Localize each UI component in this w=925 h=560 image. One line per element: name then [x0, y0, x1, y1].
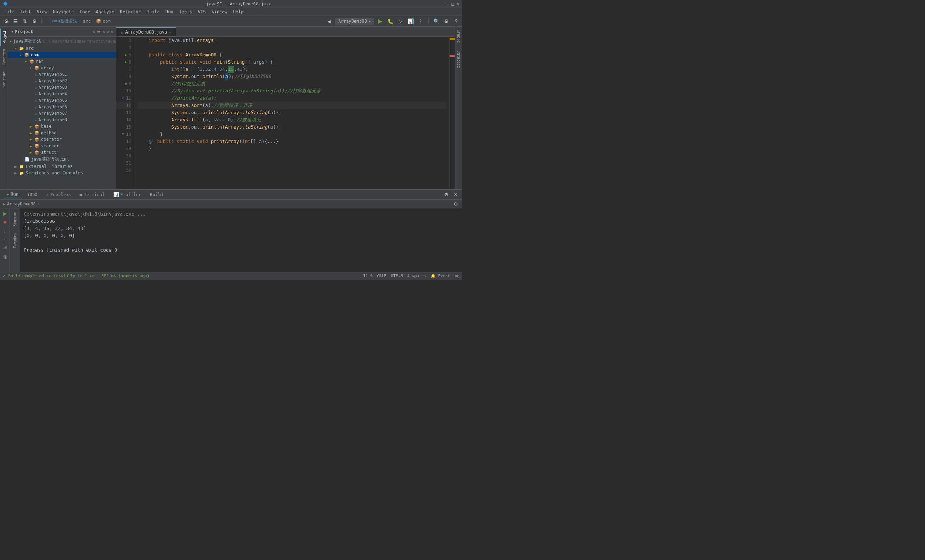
run-output-line-3: [0, 0, 0, 0, 0, 0] [24, 232, 459, 239]
menu-window[interactable]: Window [208, 9, 230, 15]
run-tab[interactable]: ▶ Run [3, 190, 22, 199]
menu-refactor[interactable]: Refactor [117, 9, 144, 15]
tab-close-btn[interactable]: ✕ [169, 30, 172, 35]
tree-item-nan[interactable]: ▾ 📦nan [8, 58, 116, 65]
debug-button[interactable]: 🐛 [386, 17, 394, 25]
tree-item-arraydemo01[interactable]: ☕ArrayDemo01 [8, 71, 116, 78]
tree-item-arraydemo03[interactable]: ☕ArrayDemo03 [8, 84, 116, 91]
rerun-btn[interactable]: ▶ [2, 210, 9, 217]
structure-bottom-tab[interactable]: Structure [12, 210, 18, 229]
tree-item-struct[interactable]: ▶ 📦struct [8, 149, 116, 156]
help-btn[interactable]: ? [452, 17, 460, 25]
tree-item-method[interactable]: ▶ 📦method [8, 130, 116, 136]
minimize-button[interactable]: – [446, 2, 448, 6]
menu-file[interactable]: File [2, 9, 18, 15]
run-config-tab[interactable]: ▶ ArrayDemo08 ✕ [3, 201, 39, 207]
editor-tab-arraydemo08[interactable]: ☕ ArrayDemo08.java ✕ [116, 27, 176, 36]
encoding[interactable]: UTF-8 [391, 274, 403, 278]
highlight-a: a [225, 73, 229, 80]
event-log-btn[interactable]: 🔔 Event Log [431, 274, 459, 278]
tree-item-arraydemo04[interactable]: ☕ArrayDemo04 [8, 91, 116, 97]
menu-navigate[interactable]: Navigate [50, 9, 77, 15]
terminal-tab[interactable]: ▣ Terminal [76, 190, 108, 199]
todo-tab[interactable]: TODO [24, 190, 41, 199]
project-tab[interactable]: Project [0, 28, 8, 46]
breadcrumb-com[interactable]: 📦 com [96, 19, 111, 24]
profiler-tab[interactable]: 📊 Profiler [110, 190, 145, 199]
tree-item-operator[interactable]: ▶ 📦operator [8, 136, 116, 143]
tree-item-java基础语法[interactable]: ▾java基础语法C:\Users\Nan\IdeaProjects\java基… [8, 38, 116, 45]
code-line-17: @ public static void printArray(int[] a)… [137, 138, 447, 145]
bottom-close-btn[interactable]: ✕ [452, 191, 459, 198]
menu-vcs[interactable]: VCS [195, 9, 209, 15]
scroll-to-end-btn[interactable]: ↓ [2, 227, 9, 234]
favorites-bottom-tab[interactable]: Favorites [12, 231, 18, 250]
tree-item-java基础语法.iml[interactable]: 📄java基础语法.iml [8, 156, 116, 163]
search-everywhere-btn[interactable]: 🔍 [432, 17, 440, 25]
tree-item-com[interactable]: ▾ 📦com [8, 52, 116, 58]
bottom-settings-btn[interactable]: ⚙ [442, 191, 450, 198]
tree-item-arraydemo08[interactable]: ☕ArrayDemo08 [8, 117, 116, 123]
menu-analyze[interactable]: Analyze [93, 9, 117, 15]
clear-btn[interactable]: 🗑 [2, 253, 9, 260]
indent[interactable]: 4 spaces [407, 274, 426, 278]
stop-btn[interactable]: ■ [2, 218, 9, 226]
soft-wrap-btn[interactable]: ⏎ [2, 245, 9, 252]
toolbar-sort-btn[interactable]: ⇅ [21, 17, 29, 25]
code-content[interactable]: import java.util.Arrays; public class Ar… [134, 37, 449, 189]
breadcrumb-src[interactable]: src [83, 19, 91, 24]
code-editor[interactable]: 3 4 ▶5 ▶6 7 8 ⊟9 10 ⊟11 12 13 14 [116, 37, 455, 189]
tree-item-arraydemo05[interactable]: ☕ArrayDemo05 [8, 97, 116, 104]
tree-item-base[interactable]: ▶ 📦base [8, 123, 116, 130]
menu-run[interactable]: Run [163, 9, 176, 15]
close-button[interactable]: ✕ [457, 2, 459, 6]
menu-tools[interactable]: Tools [176, 9, 195, 15]
database-tab[interactable]: Database [456, 49, 461, 69]
cursor-position[interactable]: 12:9 [363, 274, 373, 278]
settings-btn[interactable]: ⚙ [442, 17, 450, 25]
toolbar-more-btn[interactable]: ⚙ [30, 17, 38, 25]
project-close-icon[interactable]: ✕ [111, 29, 113, 34]
project-sort-icon[interactable]: ⇅ [102, 29, 105, 34]
project-settings-icon[interactable]: ⚙ [93, 29, 95, 34]
more-run-btn[interactable]: ⋮ [417, 17, 425, 25]
gradle-tab[interactable]: Gradle [456, 28, 461, 44]
menu-code[interactable]: Code [77, 9, 93, 15]
prev-btn[interactable]: ↑ [2, 236, 9, 243]
tree-item-arraydemo07[interactable]: ☕ArrayDemo07 [8, 110, 116, 117]
run-tab-close[interactable]: ✕ [37, 201, 40, 206]
favorites-tab[interactable]: Favorites [1, 46, 7, 68]
profile-btn[interactable]: 📊 [407, 17, 414, 25]
structure-tab[interactable]: Structure [1, 69, 7, 91]
run-settings-btn[interactable]: ⚙ [452, 200, 459, 208]
toolbar-back-btn[interactable]: ◀ [325, 17, 333, 25]
build-tab[interactable]: Build [146, 190, 167, 199]
project-list-icon[interactable]: ☰ [97, 29, 101, 34]
project-more-icon[interactable]: ⚙ [107, 29, 109, 34]
code-line-6: public static void main(String[] args) { [137, 59, 447, 66]
menu-help[interactable]: Help [230, 9, 246, 15]
tree-item-array[interactable]: ▾ 📦array [8, 65, 116, 71]
breadcrumb-root[interactable]: java基础语法 [50, 18, 77, 24]
run-config-dropdown[interactable]: ArrayDemo08 ▾ [335, 18, 374, 24]
tree-item-arraydemo02[interactable]: ☕ArrayDemo02 [8, 78, 116, 84]
tree-item-scanner[interactable]: ▶ 📦scanner [8, 143, 116, 149]
tree-item-src[interactable]: ▾ 📂src [8, 45, 116, 52]
problems-tab[interactable]: ⚠ Problems [43, 190, 75, 199]
menu-build[interactable]: Build [144, 9, 163, 15]
toolbar-list-btn[interactable]: ☰ [12, 17, 20, 25]
tree-item-arraydemo06[interactable]: ☕ArrayDemo06 [8, 104, 116, 110]
maximize-button[interactable]: □ [452, 2, 454, 6]
tree-item-external-libraries[interactable]: ▶ 📁External Libraries [8, 163, 116, 170]
menu-view[interactable]: View [34, 9, 50, 15]
bottom-panel: ▶ Run TODO ⚠ Problems ▣ Terminal 📊 Profi… [0, 189, 462, 272]
line-ending[interactable]: CRLF [377, 274, 387, 278]
menu-edit[interactable]: Edit [18, 9, 34, 15]
run-button[interactable]: ▶ [376, 17, 384, 25]
run-with-coverage-btn[interactable]: ▷ [396, 17, 404, 25]
menu-bar: File Edit View Navigate Code Analyze Ref… [0, 8, 462, 16]
code-line-31 [137, 159, 447, 167]
toolbar-settings-btn[interactable]: ⚙ [2, 17, 10, 25]
profiler-tab-label: Profiler [121, 192, 141, 197]
tree-item-scratches-and-consoles[interactable]: ▶ 📁Scratches and Consoles [8, 170, 116, 176]
